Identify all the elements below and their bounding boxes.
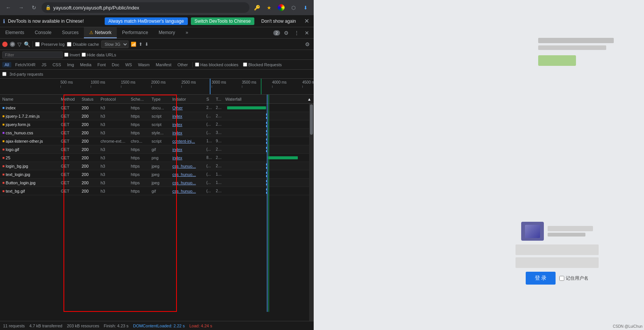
td-method: GET <box>59 114 79 118</box>
table-row[interactable]: ■ Button_login.jpg GET 200 h3 https jpeg… <box>0 179 309 187</box>
td-initiator[interactable]: index <box>170 114 204 118</box>
td-initiator[interactable]: content-inj... <box>170 139 204 143</box>
search-icon[interactable]: 🔍 <box>24 41 30 47</box>
type-fetch-button[interactable]: Fetch/XHR <box>13 62 38 67</box>
throttle-select[interactable]: Slow 3G <box>101 40 128 48</box>
cast-icon[interactable]: ⬡ <box>288 2 299 13</box>
disable-cache-checkbox[interactable] <box>67 42 71 47</box>
forward-button[interactable]: → <box>16 2 26 13</box>
filter-icon[interactable]: ▽ <box>17 41 22 47</box>
preserve-log-label[interactable]: Preserve log <box>35 42 65 47</box>
back-button[interactable]: ← <box>3 2 14 13</box>
scrollbar-track[interactable] <box>309 104 314 321</box>
table-row[interactable]: ■ index GET 200 h3 https docu... Other 2… <box>0 104 309 112</box>
th-status[interactable]: Status <box>79 97 98 101</box>
tab-elements[interactable]: Elements <box>0 27 29 38</box>
record-button[interactable] <box>2 42 8 47</box>
hide-data-urls-label[interactable]: Hide data URLs <box>82 53 116 57</box>
always-match-button[interactable]: Always match HwBrowser's language <box>105 17 188 25</box>
th-initiator[interactable]: Initiator <box>170 97 204 101</box>
type-all-button[interactable]: All <box>2 62 11 67</box>
upload-icon[interactable]: ⬆ <box>139 42 142 47</box>
switch-chinese-button[interactable]: Switch DevTools to Chinese <box>191 17 255 25</box>
td-initiator[interactable]: css_hunuo... <box>170 189 204 193</box>
download-icon[interactable]: ⬇ <box>300 2 311 13</box>
table-row[interactable]: ■ text_bg.gif GET 200 h3 https gif css_h… <box>0 187 309 195</box>
blocked-requests-checkbox[interactable] <box>243 62 247 67</box>
td-initiator[interactable]: Other <box>170 106 204 110</box>
type-doc-button[interactable]: Doc <box>110 62 122 67</box>
tab-sources[interactable]: Sources <box>57 27 84 38</box>
remember-checkbox[interactable] <box>559 276 564 281</box>
type-manifest-button[interactable]: Manifest <box>153 62 174 67</box>
type-font-button[interactable]: Font <box>95 62 108 67</box>
login-button[interactable]: 登 录 <box>526 272 556 285</box>
key-icon[interactable]: 🔑 <box>252 2 262 13</box>
th-name[interactable]: Name <box>0 97 59 101</box>
td-name: ■ text_login.jpg <box>0 172 59 177</box>
devtools-close-button[interactable]: ✕ <box>303 30 311 36</box>
td-initiator[interactable]: index <box>170 147 204 152</box>
devtools-more-icon[interactable]: ⋮ <box>293 30 301 36</box>
table-row[interactable]: ■ jquery.form.js GET 200 h3 https script… <box>0 120 309 129</box>
hide-data-urls-checkbox[interactable] <box>82 53 86 57</box>
table-row[interactable]: ■ jquery-1.7.2.min.js GET 200 h3 https s… <box>0 112 309 120</box>
th-type[interactable]: Type <box>149 97 170 101</box>
table-row[interactable]: ■ ajax-listener-other.js GET 200 chrome-… <box>0 137 309 145</box>
tab-memory[interactable]: Memory <box>153 27 180 38</box>
td-initiator[interactable]: index <box>170 156 204 160</box>
address-bar[interactable]: 🔒 yayusoft.com/yayusoft.php/Public/index <box>42 2 249 13</box>
td-initiator[interactable]: css_hunuo... <box>170 181 204 185</box>
disable-cache-label[interactable]: Disable cache <box>67 42 99 47</box>
remember-label[interactable]: 记住用户名 <box>559 275 588 282</box>
td-initiator[interactable]: css_hunuo... <box>170 164 204 168</box>
tab-console[interactable]: Console <box>29 27 57 38</box>
type-other-button[interactable]: Other <box>175 62 190 67</box>
th-method[interactable]: Method <box>59 97 79 101</box>
third-party-label[interactable]: 3rd-party requests <box>2 72 43 76</box>
network-settings-icon[interactable]: ⚙ <box>303 41 311 47</box>
td-name: ■ logo.gif <box>0 147 59 152</box>
td-initiator[interactable]: index <box>170 131 204 135</box>
th-s[interactable]: S <box>204 97 214 101</box>
reload-button[interactable]: ↻ <box>29 2 39 13</box>
table-row[interactable]: ■ login_bg.jpg GET 200 h3 https jpeg css… <box>0 162 309 170</box>
th-protocol[interactable]: Protocol <box>98 97 128 101</box>
color-circle-icon[interactable] <box>276 2 286 13</box>
scrollbar-thumb[interactable] <box>310 104 313 135</box>
type-img-button[interactable]: Img <box>65 62 76 67</box>
th-scheme[interactable]: Sche... <box>128 97 149 101</box>
filter-input[interactable] <box>2 51 63 58</box>
tab-performance[interactable]: Performance <box>117 27 153 38</box>
third-party-checkbox[interactable] <box>2 72 6 76</box>
table-row[interactable]: ■ css_hunuo.css GET 200 h3 https style..… <box>0 129 309 137</box>
has-blocked-cookies-checkbox[interactable] <box>195 62 199 67</box>
th-t[interactable]: T... <box>214 97 223 101</box>
tab-more[interactable]: » <box>180 27 194 38</box>
invert-checkbox[interactable] <box>64 53 68 57</box>
type-media-button[interactable]: Media <box>78 62 94 67</box>
tab-network[interactable]: ⚠ Network <box>84 27 117 38</box>
has-blocked-cookies-label[interactable]: Has blocked cookies <box>195 62 238 67</box>
preserve-log-checkbox[interactable] <box>35 42 40 47</box>
type-wasm-button[interactable]: Wasm <box>136 62 152 67</box>
table-row[interactable]: ■ logo.gif GET 200 h3 https gif index (.… <box>0 145 309 154</box>
dont-show-button[interactable]: Don't show again <box>257 17 300 25</box>
th-waterfall[interactable]: Waterfall ▲ <box>223 97 314 101</box>
table-row[interactable]: ■ text_login.jpg GET 200 h3 https jpeg c… <box>0 170 309 179</box>
notification-close-button[interactable]: ✕ <box>303 17 311 25</box>
blocked-requests-label[interactable]: Blocked Requests <box>243 62 282 67</box>
devtools-settings-icon[interactable]: ⚙ <box>282 30 290 36</box>
td-initiator[interactable]: index <box>170 122 204 127</box>
stop-button[interactable]: ⊘ <box>10 42 15 47</box>
download-icon[interactable]: ⬇ <box>145 42 149 47</box>
star-icon[interactable]: ★ <box>264 2 274 13</box>
type-js-button[interactable]: JS <box>39 62 49 67</box>
invert-label[interactable]: Invert <box>64 53 80 57</box>
td-initiator[interactable]: css_hunuo... <box>170 172 204 177</box>
type-css-button[interactable]: CSS <box>50 62 63 67</box>
table-body[interactable]: ■ index GET 200 h3 https docu... Other 2… <box>0 104 309 321</box>
td-s: (... <box>204 181 214 185</box>
type-ws-button[interactable]: WS <box>123 62 134 67</box>
table-row[interactable]: ■ 25 GET 200 h3 https png index 8... 2..… <box>0 154 309 162</box>
